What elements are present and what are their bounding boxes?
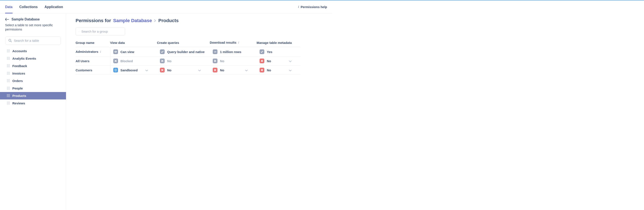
permission-cell: No bbox=[157, 58, 207, 63]
grip-icon bbox=[7, 64, 10, 67]
svg-point-68 bbox=[8, 103, 9, 104]
svg-point-37 bbox=[7, 80, 8, 80]
svg-point-3 bbox=[9, 50, 10, 50]
svg-point-34 bbox=[7, 74, 8, 75]
breadcrumb-prefix: Permissions for bbox=[76, 18, 111, 24]
svg-point-20 bbox=[8, 64, 9, 65]
svg-point-72 bbox=[9, 104, 10, 104]
svg-point-53 bbox=[8, 89, 9, 90]
table-item-label: Feedback bbox=[12, 64, 27, 68]
info-icon[interactable]: i bbox=[238, 41, 239, 44]
sidebar-back-button[interactable]: Sample Database bbox=[5, 18, 61, 21]
permissions-help-link[interactable]: i Permissions help bbox=[298, 5, 327, 9]
sidebar-table-item[interactable]: Orders bbox=[0, 77, 66, 84]
chevron-down-icon bbox=[289, 59, 292, 63]
column-header-view: View data bbox=[110, 38, 157, 47]
permission-cell[interactable]: No bbox=[157, 68, 207, 72]
table-row: CustomersSandboxedNoNoNo bbox=[76, 66, 300, 75]
chevron-down-icon bbox=[289, 68, 292, 72]
permission-cell: Query builder and native bbox=[157, 50, 207, 54]
svg-point-4 bbox=[7, 51, 8, 51]
table-list: AccountsAnalytic EventsFeedbackInvoicesO… bbox=[0, 47, 66, 107]
svg-point-7 bbox=[7, 52, 8, 52]
sidebar-table-item[interactable]: People bbox=[0, 84, 66, 92]
svg-point-2 bbox=[8, 50, 9, 50]
info-icon: i bbox=[298, 5, 299, 9]
svg-point-52 bbox=[7, 89, 8, 90]
svg-point-49 bbox=[7, 88, 8, 88]
group-name-cell: All Users bbox=[76, 56, 110, 66]
sidebar-table-item[interactable]: Accounts bbox=[0, 47, 66, 55]
table-search-input[interactable] bbox=[14, 39, 58, 42]
svg-point-11 bbox=[8, 57, 9, 58]
sidebar-table-item[interactable]: Analytic Events bbox=[0, 55, 66, 62]
svg-point-27 bbox=[9, 67, 10, 67]
group-search-box[interactable] bbox=[76, 27, 125, 36]
x-icon bbox=[260, 68, 264, 72]
permission-value: No bbox=[167, 59, 172, 63]
svg-point-29 bbox=[8, 72, 9, 73]
svg-point-35 bbox=[8, 74, 9, 75]
svg-point-65 bbox=[8, 102, 9, 102]
svg-point-63 bbox=[9, 96, 10, 97]
tab-collections[interactable]: Collections bbox=[20, 1, 38, 13]
svg-point-21 bbox=[9, 64, 10, 65]
permission-cell[interactable]: No bbox=[256, 58, 298, 63]
sidebar-table-item[interactable]: Feedback bbox=[0, 62, 66, 70]
sidebar-description: Select a table to set more specific perm… bbox=[5, 23, 61, 32]
tab-data[interactable]: Data bbox=[5, 1, 12, 13]
sidebar-back-label: Sample Database bbox=[12, 18, 40, 21]
tab-application[interactable]: Application bbox=[44, 1, 63, 13]
grip-icon bbox=[7, 72, 10, 75]
permission-cell[interactable]: No bbox=[210, 68, 254, 72]
group-search-input[interactable] bbox=[81, 30, 122, 33]
table-item-label: Products bbox=[12, 94, 26, 98]
svg-point-57 bbox=[9, 94, 10, 95]
svg-point-28 bbox=[7, 72, 8, 73]
svg-point-13 bbox=[7, 58, 8, 59]
svg-point-62 bbox=[8, 96, 9, 97]
permission-cell[interactable]: Sandboxed bbox=[110, 68, 154, 72]
check-icon bbox=[260, 50, 264, 54]
permissions-help-label: Permissions help bbox=[301, 5, 327, 9]
table-search-box[interactable] bbox=[5, 36, 61, 45]
chevron-down-icon bbox=[146, 68, 148, 72]
main-content: Permissions for Sample Database Products… bbox=[66, 14, 332, 210]
svg-point-70 bbox=[7, 104, 8, 104]
sidebar-table-item[interactable]: Products bbox=[0, 92, 66, 100]
eye-icon bbox=[113, 50, 118, 54]
svg-point-32 bbox=[8, 73, 9, 74]
column-header-download: Download resultsi bbox=[210, 38, 256, 47]
permission-value: No bbox=[167, 68, 172, 72]
permission-value: 1 million rows bbox=[220, 50, 241, 54]
table-item-label: Reviews bbox=[12, 102, 25, 105]
permission-cell: 1M1 million rows bbox=[210, 50, 254, 54]
table-item-label: Orders bbox=[12, 79, 23, 83]
svg-point-23 bbox=[8, 66, 9, 66]
grip-icon bbox=[7, 79, 10, 82]
svg-point-48 bbox=[9, 87, 10, 88]
svg-point-66 bbox=[9, 102, 10, 102]
svg-point-43 bbox=[7, 82, 8, 82]
top-nav: Data Collections Application i Permissio… bbox=[0, 0, 332, 14]
breadcrumb-current: Products bbox=[158, 18, 178, 24]
table-row: All UsersBlockedNoNoNo bbox=[76, 56, 300, 66]
info-icon[interactable]: i bbox=[100, 50, 101, 54]
svg-point-33 bbox=[9, 73, 10, 74]
sidebar: Sample Database Select a table to set mo… bbox=[0, 14, 66, 210]
sidebar-table-item[interactable]: Invoices bbox=[0, 70, 66, 77]
svg-point-50 bbox=[8, 88, 9, 88]
svg-point-60 bbox=[9, 96, 10, 96]
check-icon bbox=[160, 50, 164, 54]
svg-point-51 bbox=[9, 88, 10, 88]
svg-point-24 bbox=[9, 66, 10, 66]
permission-cell[interactable]: No bbox=[256, 68, 298, 72]
breadcrumb-database-link[interactable]: Sample Database bbox=[113, 18, 152, 24]
x-icon bbox=[160, 68, 164, 72]
permission-cell: Can view bbox=[110, 50, 154, 54]
svg-point-42 bbox=[9, 80, 10, 81]
group-name-cell: Customers bbox=[76, 66, 110, 75]
svg-point-46 bbox=[7, 87, 8, 88]
sidebar-table-item[interactable]: Reviews bbox=[0, 100, 66, 107]
svg-point-61 bbox=[7, 96, 8, 97]
